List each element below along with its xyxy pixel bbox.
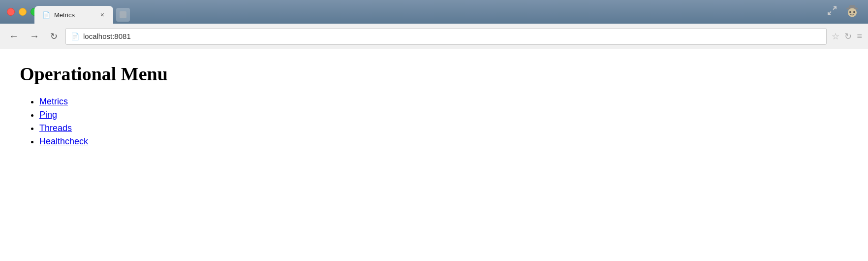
list-item: Metrics (39, 97, 848, 107)
svg-point-7 (853, 11, 855, 13)
expand-icon[interactable] (827, 5, 837, 19)
tab-page-icon: 📄 (42, 11, 50, 19)
reload-button[interactable]: ↻ (47, 29, 61, 44)
page-refresh-icon[interactable]: ↻ (844, 31, 852, 42)
forward-button[interactable]: → (27, 29, 42, 44)
page-title: Operational Menu (20, 63, 848, 85)
tab-close-icon[interactable]: × (99, 11, 105, 19)
svg-point-5 (848, 8, 857, 17)
menu-link-ping[interactable]: Ping (39, 110, 57, 120)
spy-icon (843, 2, 861, 22)
address-bar[interactable]: 📄 localhost:8081 (65, 28, 827, 45)
address-right-controls: ☆ ↻ ≡ (832, 31, 862, 42)
tab-label: Metrics (54, 11, 95, 19)
operational-menu-list: MetricsPingThreadsHealthcheck (20, 97, 848, 147)
list-item: Threads (39, 123, 848, 133)
browser-menu-icon[interactable]: ≡ (857, 31, 862, 41)
address-page-icon: 📄 (71, 33, 79, 40)
title-bar: 📄 Metrics × (0, 0, 868, 24)
bookmark-star-icon[interactable]: ☆ (832, 31, 839, 42)
nav-bar: ← → ↻ 📄 localhost:8081 ☆ ↻ ≡ (0, 24, 868, 49)
tabs-area: 📄 Metrics × (34, 0, 130, 24)
list-item: Healthcheck (39, 136, 848, 147)
svg-rect-0 (120, 11, 126, 18)
menu-link-threads[interactable]: Threads (39, 123, 72, 133)
address-text: localhost:8081 (83, 32, 821, 40)
window-controls (7, 8, 38, 16)
menu-link-healthcheck[interactable]: Healthcheck (39, 136, 88, 146)
page-content: Operational Menu MetricsPingThreadsHealt… (0, 49, 868, 261)
title-bar-right (827, 2, 861, 22)
menu-link-metrics[interactable]: Metrics (39, 97, 68, 106)
active-tab[interactable]: 📄 Metrics × (34, 6, 113, 24)
new-tab-button[interactable] (116, 8, 130, 22)
browser-window: 📄 Metrics × (0, 0, 868, 261)
back-button[interactable]: ← (6, 29, 22, 44)
minimize-button[interactable] (19, 8, 27, 16)
list-item: Ping (39, 110, 848, 120)
close-button[interactable] (7, 8, 15, 16)
svg-point-6 (849, 11, 851, 13)
